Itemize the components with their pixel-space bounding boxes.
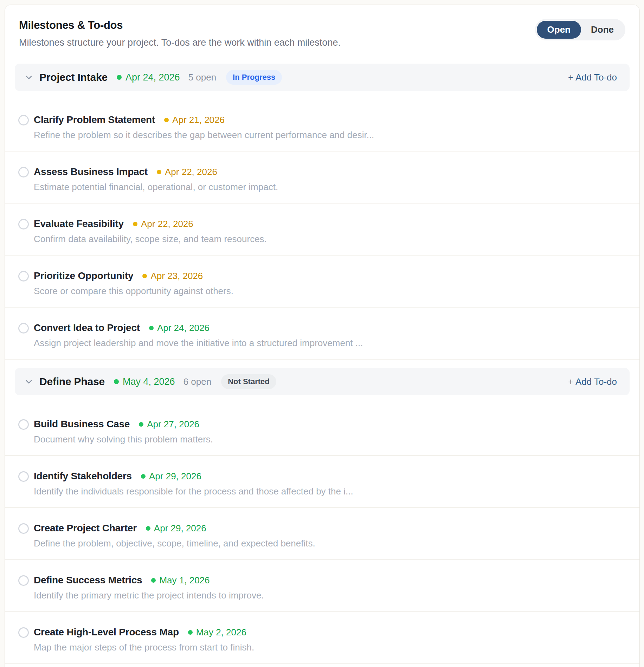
todo-title-line: Create Project Charter Apr 29, 2026	[34, 523, 623, 534]
todo-body: Define Success Metrics May 1, 2026 Ident…	[34, 575, 623, 601]
todo-title-line: Evaluate Feasibility Apr 22, 2026	[34, 218, 623, 229]
todo-date-dot	[146, 526, 150, 531]
todo-row[interactable]: Prioritize Opportunity Apr 23, 2026 Scor…	[5, 255, 639, 307]
todo-title: Evaluate Feasibility	[34, 218, 124, 229]
todo-due-date: May 1, 2026	[159, 575, 210, 586]
todo-row[interactable]: Build Business Case Apr 27, 2026 Documen…	[5, 404, 639, 456]
milestone-open-count: 6 open	[183, 376, 212, 387]
milestone-section: Project Intake Apr 24, 2026 5 open In Pr…	[5, 64, 639, 360]
todo-description: Document why solving this problem matter…	[34, 434, 623, 445]
todo-title: Define Success Metrics	[34, 575, 142, 586]
todo-due-date: Apr 22, 2026	[141, 219, 193, 229]
todo-checkbox[interactable]	[18, 115, 29, 125]
todo-due-date: Apr 22, 2026	[165, 167, 217, 177]
todo-row[interactable]: Define Success Metrics May 1, 2026 Ident…	[5, 560, 639, 612]
todo-title: Clarify Problem Statement	[34, 114, 155, 125]
milestone-section: Define Phase May 4, 2026 6 open Not Star…	[5, 368, 639, 667]
todo-row[interactable]: Assess Business Impact Apr 22, 2026 Esti…	[5, 151, 639, 203]
todo-title: Build Business Case	[34, 419, 130, 430]
todo-title: Assess Business Impact	[34, 166, 148, 177]
todo-due-date: Apr 29, 2026	[154, 523, 206, 534]
todo-description: Refine the problem so it describes the g…	[34, 130, 623, 141]
todo-description: Define the problem, objective, scope, ti…	[34, 538, 623, 549]
todo-due-date: Apr 29, 2026	[149, 471, 201, 482]
milestone-header[interactable]: Project Intake Apr 24, 2026 5 open In Pr…	[15, 64, 630, 91]
todo-date-dot	[157, 170, 161, 174]
todo-checkbox[interactable]	[18, 523, 29, 534]
todo-date-dot	[142, 274, 147, 278]
todo-description: Score or compare this opportunity agains…	[34, 286, 623, 297]
todo-description: Assign project leadership and move the i…	[34, 338, 623, 349]
todo-date-dot	[164, 118, 169, 122]
todo-row[interactable]: Create Project Charter Apr 29, 2026 Defi…	[5, 508, 639, 560]
milestone-name: Project Intake	[39, 71, 108, 83]
page-title: Milestones & To-dos	[19, 19, 341, 32]
todo-checkbox[interactable]	[18, 323, 29, 334]
todo-body: Convert Idea to Project Apr 24, 2026 Ass…	[34, 322, 623, 349]
todo-body: Evaluate Feasibility Apr 22, 2026 Confir…	[34, 218, 623, 245]
milestone-open-count: 5 open	[188, 72, 217, 83]
todo-checkbox[interactable]	[18, 419, 29, 430]
milestone-name: Define Phase	[39, 376, 105, 388]
todo-description: Map the major steps of the process from …	[34, 642, 623, 653]
todo-title-line: Convert Idea to Project Apr 24, 2026	[34, 322, 623, 334]
todo-checkbox[interactable]	[18, 575, 29, 586]
chevron-down-icon[interactable]	[24, 72, 34, 82]
add-todo-button[interactable]: + Add To-do	[568, 72, 617, 83]
milestones-card: Milestones & To-dos Milestones structure…	[5, 5, 640, 667]
todo-checkbox[interactable]	[18, 167, 29, 177]
todo-title-line: Build Business Case Apr 27, 2026	[34, 419, 623, 430]
milestone-due-date: May 4, 2026	[123, 376, 175, 387]
todo-row[interactable]: Identify Stakeholders Apr 29, 2026 Ident…	[5, 456, 639, 508]
todo-title: Convert Idea to Project	[34, 322, 140, 334]
todo-title-line: Define Success Metrics May 1, 2026	[34, 575, 623, 586]
todo-checkbox[interactable]	[18, 271, 29, 281]
milestone-status-badge: Not Started	[221, 374, 276, 389]
todo-row[interactable]: Clarify Problem Statement Apr 21, 2026 R…	[5, 99, 639, 151]
milestone-status-badge: In Progress	[226, 70, 282, 85]
todo-description: Estimate potential financial, operationa…	[34, 182, 623, 193]
todo-list: Build Business Case Apr 27, 2026 Documen…	[5, 404, 639, 667]
todo-due-date: Apr 27, 2026	[147, 419, 199, 430]
todo-description: Identify the individuals responsible for…	[34, 486, 623, 497]
todo-checkbox[interactable]	[18, 627, 29, 638]
todo-checkbox[interactable]	[18, 219, 29, 229]
todo-date-dot	[133, 222, 137, 226]
todo-checkbox[interactable]	[18, 471, 29, 482]
todo-list: Clarify Problem Statement Apr 21, 2026 R…	[5, 99, 639, 360]
todo-date-dot	[141, 474, 146, 479]
milestones-list: Project Intake Apr 24, 2026 5 open In Pr…	[5, 64, 639, 667]
todo-date-dot	[149, 326, 154, 330]
todo-body: Identify Stakeholders Apr 29, 2026 Ident…	[34, 471, 623, 497]
todo-body: Assess Business Impact Apr 22, 2026 Esti…	[34, 166, 623, 193]
todo-title-line: Prioritize Opportunity Apr 23, 2026	[34, 270, 623, 281]
chevron-down-icon[interactable]	[24, 377, 34, 387]
todo-description: Confirm data availability, scope size, a…	[34, 234, 623, 245]
toggle-done-button[interactable]: Done	[581, 21, 624, 39]
todo-due-date: May 2, 2026	[196, 627, 246, 638]
todo-title: Create Project Charter	[34, 523, 137, 534]
todo-body: Clarify Problem Statement Apr 21, 2026 R…	[34, 114, 623, 141]
milestone-date-dot	[117, 75, 122, 80]
todo-title: Create High-Level Process Map	[34, 627, 179, 638]
toggle-open-button[interactable]: Open	[537, 21, 581, 39]
open-done-toggle: Open Done	[535, 19, 625, 40]
page-subtitle: Milestones structure your project. To-do…	[19, 37, 341, 48]
todo-due-date: Apr 24, 2026	[157, 323, 210, 334]
header-text: Milestones & To-dos Milestones structure…	[19, 19, 341, 48]
todo-date-dot	[151, 578, 156, 583]
milestone-header[interactable]: Define Phase May 4, 2026 6 open Not Star…	[15, 368, 630, 395]
todo-title-line: Clarify Problem Statement Apr 21, 2026	[34, 114, 623, 125]
todo-body: Prioritize Opportunity Apr 23, 2026 Scor…	[34, 270, 623, 297]
add-todo-button[interactable]: + Add To-do	[568, 376, 617, 387]
todo-row[interactable]: Convert Idea to Project Apr 24, 2026 Ass…	[5, 307, 639, 360]
todo-row[interactable]: Evaluate Feasibility Apr 22, 2026 Confir…	[5, 203, 639, 255]
todo-date-dot	[188, 630, 193, 635]
todo-row[interactable]: Finalize Project Plan May 3, 2026 Confir…	[5, 664, 639, 667]
todo-row[interactable]: Create High-Level Process Map May 2, 202…	[5, 612, 639, 664]
todo-title-line: Assess Business Impact Apr 22, 2026	[34, 166, 623, 177]
todo-title: Identify Stakeholders	[34, 471, 132, 482]
todo-due-date: Apr 21, 2026	[172, 115, 225, 125]
todo-title: Prioritize Opportunity	[34, 270, 133, 281]
card-header: Milestones & To-dos Milestones structure…	[5, 5, 639, 55]
